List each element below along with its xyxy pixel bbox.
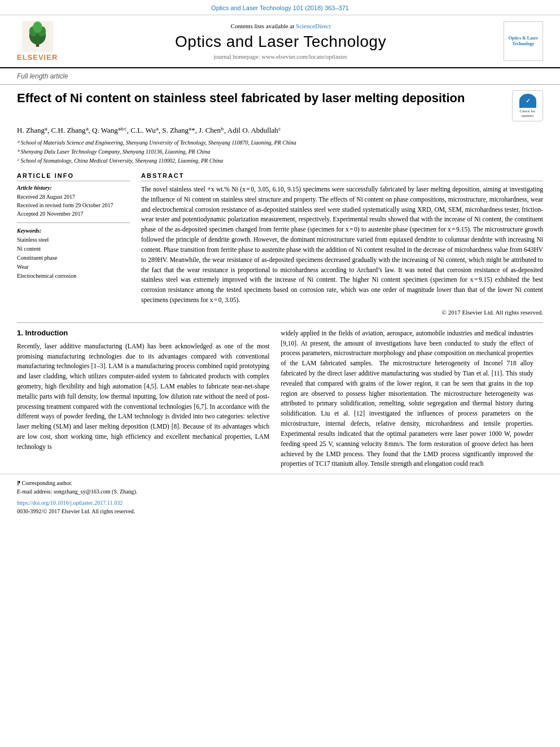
authors-text: H. Zhangᵃ, C.H. Zhangᵃ, Q. Wangᵃᵇᶜ, C.L.…	[17, 126, 281, 134]
footnote-section: ⁋ Corresponding author. E-mail address: …	[0, 474, 560, 516]
affiliations: ᵃ School of Materials Science and Engine…	[17, 138, 543, 165]
svg-point-5	[33, 21, 42, 33]
keyword-2: Ni content	[17, 244, 130, 254]
copyright: © 2017 Elsevier Ltd. All rights reserved…	[141, 309, 543, 316]
authors: H. Zhangᵃ, C.H. Zhangᵃ, Q. Wangᵃᵇᶜ, C.L.…	[17, 126, 543, 135]
elsevier-branding: ELSEVIER	[17, 21, 58, 62]
journal-reference: Optics and Laser Technology 101 (2018) 3…	[211, 5, 349, 11]
email-note: E-mail address: songzhang_sy@163.com (S.…	[17, 487, 543, 496]
affiliation-a: ᵃ School of Materials Science and Engine…	[17, 138, 543, 147]
keyword-5: Electrochemical corrosion	[17, 272, 130, 281]
article-info-col: Article Info Article history: Received 2…	[17, 172, 130, 316]
affiliation-c: ᶜ School of Stomatology, China Medical U…	[17, 156, 543, 165]
body-right-col: widely applied in the fields of aviation…	[281, 329, 533, 469]
issn-note: 0030-3992/© 2017 Elsevier Ltd. All right…	[17, 507, 543, 516]
intro-left-text: Recently, laser additive manufacturing (…	[17, 342, 269, 452]
history-label: Article history:	[17, 185, 130, 191]
accepted-date: Accepted 20 November 2017	[17, 209, 130, 218]
elsevier-logo: ELSEVIER	[17, 21, 58, 62]
journal-logo-text: Optics & LaserTechnology	[509, 36, 538, 47]
article-main: Effect of Ni content on stainless steel …	[0, 85, 560, 316]
keywords-label: Keywords:	[17, 228, 130, 234]
info-abstract-section: Article Info Article history: Received 2…	[17, 172, 543, 316]
journal-center: Contents lists available at ScienceDirec…	[58, 23, 504, 60]
sciencedirect-link: Contents lists available at ScienceDirec…	[58, 23, 504, 29]
check-updates-badge: ✓ Check for updates	[512, 90, 543, 121]
received-date: Received 28 August 2017	[17, 193, 130, 201]
article-title: Effect of Ni content on stainless steel …	[17, 90, 501, 107]
abstract-col: Abstract The novel stainless steel +x wt…	[141, 172, 543, 316]
intro-section-title: 1. Introduction	[17, 329, 269, 337]
keyword-3: Constituent phase	[17, 254, 130, 263]
affiliation-b: ᵇ Shenyang Dalu Laser Technology Company…	[17, 147, 543, 156]
abstract-heading: Abstract	[141, 172, 543, 181]
journal-title: Optics and Laser Technology	[58, 33, 504, 51]
abstract-text: The novel stainless steel +x wt.% Ni (x …	[141, 185, 543, 305]
revised-date: Received in revised form 29 October 2017	[17, 201, 130, 209]
top-bar: Optics and Laser Technology 101 (2018) 3…	[0, 0, 560, 15]
main-divider	[17, 322, 543, 323]
journal-logo-badge: Optics & LaserTechnology	[504, 21, 543, 61]
article-title-row: Effect of Ni content on stainless steel …	[17, 90, 543, 121]
doi-link[interactable]: https://doi.org/10.1016/j.optlastec.2017…	[17, 500, 123, 506]
article-type-bar: Full length article	[0, 68, 560, 85]
journal-header: ELSEVIER Contents lists available at Sci…	[0, 15, 560, 68]
divider	[17, 222, 130, 223]
article-type-label: Full length article	[17, 72, 68, 80]
elsevier-label: ELSEVIER	[17, 53, 58, 62]
intro-right-text: widely applied in the fields of aviation…	[281, 329, 533, 469]
sciencedirect-anchor[interactable]: ScienceDirect	[296, 23, 331, 29]
keyword-1: Stainless steel	[17, 235, 130, 244]
corresponding-author-note: ⁋ Corresponding author.	[17, 479, 543, 487]
journal-homepage: journal homepage: www.elsevier.com/locat…	[58, 53, 504, 60]
article-info-heading: Article Info	[17, 172, 130, 181]
body-two-col: 1. Introduction Recently, laser additive…	[0, 329, 560, 469]
body-left-col: 1. Introduction Recently, laser additive…	[17, 329, 269, 469]
keyword-4: Wear	[17, 263, 130, 272]
check-updates-label: Check for updates	[515, 109, 540, 119]
elsevier-tree-icon	[22, 21, 53, 52]
contents-text: Contents lists available at	[231, 23, 295, 29]
